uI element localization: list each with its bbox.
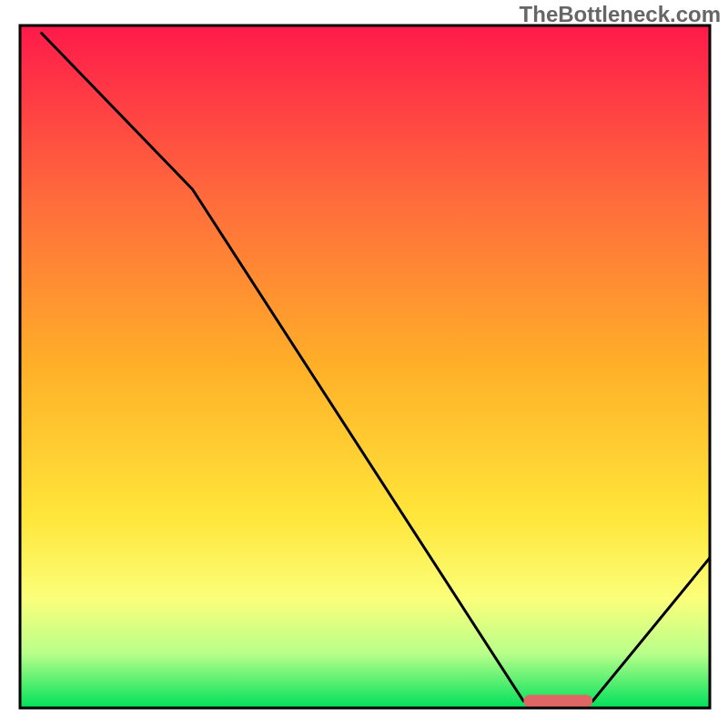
bottleneck-chart [0, 0, 728, 728]
watermark-text: TheBottleneck.com [520, 2, 721, 27]
optimal-range-marker [523, 695, 592, 708]
plot-background [20, 25, 710, 708]
chart-container: TheBottleneck.com [0, 0, 728, 728]
